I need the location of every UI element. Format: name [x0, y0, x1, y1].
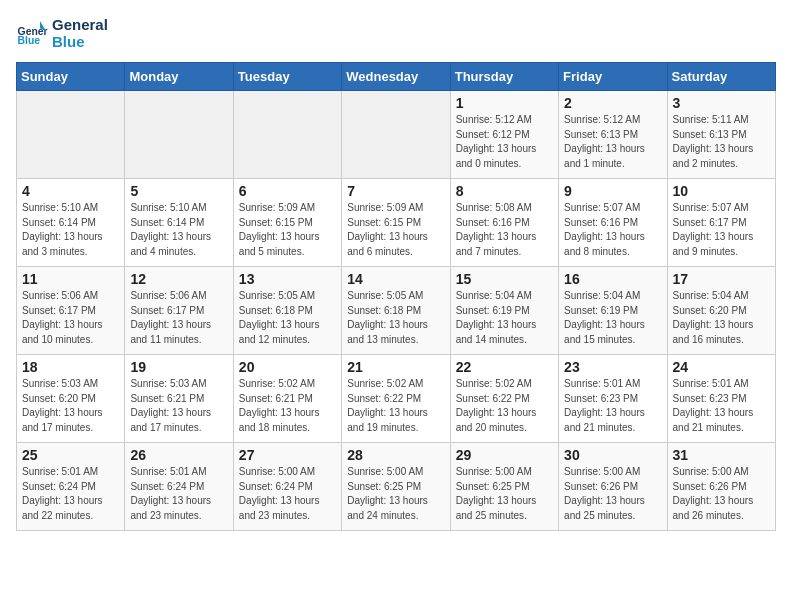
day-info: Sunrise: 5:10 AM Sunset: 6:14 PM Dayligh… [22, 201, 119, 259]
day-number: 24 [673, 359, 770, 375]
logo-general: General [52, 16, 108, 33]
day-info: Sunrise: 5:04 AM Sunset: 6:20 PM Dayligh… [673, 289, 770, 347]
day-number: 25 [22, 447, 119, 463]
day-number: 22 [456, 359, 553, 375]
day-cell: 31Sunrise: 5:00 AM Sunset: 6:26 PM Dayli… [667, 443, 775, 531]
day-info: Sunrise: 5:03 AM Sunset: 6:20 PM Dayligh… [22, 377, 119, 435]
day-number: 1 [456, 95, 553, 111]
weekday-row: SundayMondayTuesdayWednesdayThursdayFrid… [17, 63, 776, 91]
day-cell [342, 91, 450, 179]
day-cell: 5Sunrise: 5:10 AM Sunset: 6:14 PM Daylig… [125, 179, 233, 267]
day-info: Sunrise: 5:05 AM Sunset: 6:18 PM Dayligh… [239, 289, 336, 347]
day-number: 13 [239, 271, 336, 287]
day-info: Sunrise: 5:12 AM Sunset: 6:12 PM Dayligh… [456, 113, 553, 171]
day-cell: 28Sunrise: 5:00 AM Sunset: 6:25 PM Dayli… [342, 443, 450, 531]
day-info: Sunrise: 5:01 AM Sunset: 6:23 PM Dayligh… [673, 377, 770, 435]
logo-icon: General Blue [16, 17, 48, 49]
day-cell: 7Sunrise: 5:09 AM Sunset: 6:15 PM Daylig… [342, 179, 450, 267]
day-cell [233, 91, 341, 179]
day-cell: 30Sunrise: 5:00 AM Sunset: 6:26 PM Dayli… [559, 443, 667, 531]
day-info: Sunrise: 5:00 AM Sunset: 6:26 PM Dayligh… [564, 465, 661, 523]
day-number: 21 [347, 359, 444, 375]
day-info: Sunrise: 5:03 AM Sunset: 6:21 PM Dayligh… [130, 377, 227, 435]
day-number: 2 [564, 95, 661, 111]
weekday-wednesday: Wednesday [342, 63, 450, 91]
day-number: 29 [456, 447, 553, 463]
day-number: 15 [456, 271, 553, 287]
day-info: Sunrise: 5:06 AM Sunset: 6:17 PM Dayligh… [22, 289, 119, 347]
day-cell: 8Sunrise: 5:08 AM Sunset: 6:16 PM Daylig… [450, 179, 558, 267]
day-cell: 10Sunrise: 5:07 AM Sunset: 6:17 PM Dayli… [667, 179, 775, 267]
day-cell: 19Sunrise: 5:03 AM Sunset: 6:21 PM Dayli… [125, 355, 233, 443]
day-cell: 21Sunrise: 5:02 AM Sunset: 6:22 PM Dayli… [342, 355, 450, 443]
day-info: Sunrise: 5:00 AM Sunset: 6:24 PM Dayligh… [239, 465, 336, 523]
day-info: Sunrise: 5:01 AM Sunset: 6:24 PM Dayligh… [22, 465, 119, 523]
week-row-3: 11Sunrise: 5:06 AM Sunset: 6:17 PM Dayli… [17, 267, 776, 355]
day-cell: 1Sunrise: 5:12 AM Sunset: 6:12 PM Daylig… [450, 91, 558, 179]
day-cell: 12Sunrise: 5:06 AM Sunset: 6:17 PM Dayli… [125, 267, 233, 355]
day-cell: 25Sunrise: 5:01 AM Sunset: 6:24 PM Dayli… [17, 443, 125, 531]
day-info: Sunrise: 5:09 AM Sunset: 6:15 PM Dayligh… [347, 201, 444, 259]
svg-text:Blue: Blue [18, 35, 41, 46]
day-cell: 9Sunrise: 5:07 AM Sunset: 6:16 PM Daylig… [559, 179, 667, 267]
weekday-thursday: Thursday [450, 63, 558, 91]
weekday-monday: Monday [125, 63, 233, 91]
day-number: 31 [673, 447, 770, 463]
day-cell: 18Sunrise: 5:03 AM Sunset: 6:20 PM Dayli… [17, 355, 125, 443]
week-row-5: 25Sunrise: 5:01 AM Sunset: 6:24 PM Dayli… [17, 443, 776, 531]
day-info: Sunrise: 5:06 AM Sunset: 6:17 PM Dayligh… [130, 289, 227, 347]
day-number: 26 [130, 447, 227, 463]
day-number: 20 [239, 359, 336, 375]
day-cell: 22Sunrise: 5:02 AM Sunset: 6:22 PM Dayli… [450, 355, 558, 443]
day-info: Sunrise: 5:09 AM Sunset: 6:15 PM Dayligh… [239, 201, 336, 259]
day-cell [17, 91, 125, 179]
logo: General Blue General Blue [16, 16, 108, 50]
day-number: 9 [564, 183, 661, 199]
day-info: Sunrise: 5:00 AM Sunset: 6:25 PM Dayligh… [347, 465, 444, 523]
day-info: Sunrise: 5:00 AM Sunset: 6:25 PM Dayligh… [456, 465, 553, 523]
calendar-body: 1Sunrise: 5:12 AM Sunset: 6:12 PM Daylig… [17, 91, 776, 531]
day-number: 4 [22, 183, 119, 199]
day-info: Sunrise: 5:00 AM Sunset: 6:26 PM Dayligh… [673, 465, 770, 523]
day-number: 3 [673, 95, 770, 111]
day-number: 10 [673, 183, 770, 199]
week-row-1: 1Sunrise: 5:12 AM Sunset: 6:12 PM Daylig… [17, 91, 776, 179]
weekday-friday: Friday [559, 63, 667, 91]
day-number: 19 [130, 359, 227, 375]
weekday-tuesday: Tuesday [233, 63, 341, 91]
day-info: Sunrise: 5:02 AM Sunset: 6:22 PM Dayligh… [456, 377, 553, 435]
day-number: 8 [456, 183, 553, 199]
day-number: 7 [347, 183, 444, 199]
weekday-saturday: Saturday [667, 63, 775, 91]
day-info: Sunrise: 5:11 AM Sunset: 6:13 PM Dayligh… [673, 113, 770, 171]
day-number: 28 [347, 447, 444, 463]
day-number: 5 [130, 183, 227, 199]
day-number: 17 [673, 271, 770, 287]
day-cell: 11Sunrise: 5:06 AM Sunset: 6:17 PM Dayli… [17, 267, 125, 355]
day-cell: 2Sunrise: 5:12 AM Sunset: 6:13 PM Daylig… [559, 91, 667, 179]
day-cell: 13Sunrise: 5:05 AM Sunset: 6:18 PM Dayli… [233, 267, 341, 355]
day-cell: 23Sunrise: 5:01 AM Sunset: 6:23 PM Dayli… [559, 355, 667, 443]
week-row-2: 4Sunrise: 5:10 AM Sunset: 6:14 PM Daylig… [17, 179, 776, 267]
day-cell: 27Sunrise: 5:00 AM Sunset: 6:24 PM Dayli… [233, 443, 341, 531]
page-header: General Blue General Blue [16, 16, 776, 50]
day-number: 18 [22, 359, 119, 375]
day-cell: 16Sunrise: 5:04 AM Sunset: 6:19 PM Dayli… [559, 267, 667, 355]
day-info: Sunrise: 5:07 AM Sunset: 6:17 PM Dayligh… [673, 201, 770, 259]
day-info: Sunrise: 5:01 AM Sunset: 6:24 PM Dayligh… [130, 465, 227, 523]
day-cell: 6Sunrise: 5:09 AM Sunset: 6:15 PM Daylig… [233, 179, 341, 267]
day-info: Sunrise: 5:04 AM Sunset: 6:19 PM Dayligh… [564, 289, 661, 347]
day-info: Sunrise: 5:07 AM Sunset: 6:16 PM Dayligh… [564, 201, 661, 259]
day-cell: 17Sunrise: 5:04 AM Sunset: 6:20 PM Dayli… [667, 267, 775, 355]
day-cell: 3Sunrise: 5:11 AM Sunset: 6:13 PM Daylig… [667, 91, 775, 179]
calendar-header: SundayMondayTuesdayWednesdayThursdayFrid… [17, 63, 776, 91]
day-number: 12 [130, 271, 227, 287]
logo-blue: Blue [52, 33, 108, 50]
day-cell: 15Sunrise: 5:04 AM Sunset: 6:19 PM Dayli… [450, 267, 558, 355]
day-cell [125, 91, 233, 179]
day-info: Sunrise: 5:02 AM Sunset: 6:22 PM Dayligh… [347, 377, 444, 435]
day-number: 14 [347, 271, 444, 287]
day-cell: 4Sunrise: 5:10 AM Sunset: 6:14 PM Daylig… [17, 179, 125, 267]
calendar-table: SundayMondayTuesdayWednesdayThursdayFrid… [16, 62, 776, 531]
day-cell: 24Sunrise: 5:01 AM Sunset: 6:23 PM Dayli… [667, 355, 775, 443]
